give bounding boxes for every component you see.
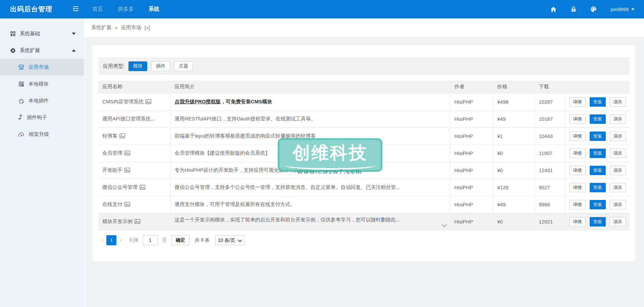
prev-page-icon[interactable]: ‹ xyxy=(98,237,106,244)
app-author: HisiPHP xyxy=(450,145,493,162)
app-price: ¥1 xyxy=(493,127,535,145)
goto-page-input[interactable] xyxy=(143,235,158,245)
table-row: 通用API接口管理系统... 通用RESTfulAPI接口，支持Oauth授权登… xyxy=(98,110,630,127)
app-downloads: 11907 xyxy=(535,145,565,162)
chevron-down-icon xyxy=(631,8,635,10)
app-author: HisiPHP xyxy=(450,213,493,230)
table-row: 模块开发示例 这是一个开发示例模块，实现了简单的后台开发和前台开发示例，仅供参考… xyxy=(98,213,630,230)
apps-table: 应用名称 应用简介 作者 价格 下载 CMS内容管理系统 点我升级PRO授权版，… xyxy=(98,81,630,231)
type-button-module[interactable]: 模块 xyxy=(128,61,147,71)
demo-button[interactable]: 演示 xyxy=(610,217,626,226)
table-row: 在线支付 通用支付模块，可用于管理及拓展所有在线支付方式。 HisiPHP ¥4… xyxy=(98,196,630,213)
table-row: CMS内容管理系统 点我升级PRO授权版，可免费安装CMS模块 HisiPHP … xyxy=(98,93,630,110)
demo-button[interactable]: 演示 xyxy=(610,97,626,107)
install-button[interactable]: 安装 xyxy=(590,183,606,192)
filter-label: 应用类型: xyxy=(103,63,124,69)
install-button[interactable]: 安装 xyxy=(590,166,606,175)
app-brief: 前端基于layui的轻博客模板搭建而成的响应式轻量极简的轻博客 xyxy=(170,127,450,145)
app-market-card: 应用类型: 模块 插件 主题 应用名称 应用简介 作者 价格 下载 xyxy=(93,45,635,261)
nav-system[interactable]: 系统 xyxy=(149,6,159,13)
demo-button[interactable]: 演示 xyxy=(610,114,626,124)
install-button[interactable]: 安装 xyxy=(590,132,606,141)
app-name: CMS内容管理系统 xyxy=(102,99,144,104)
install-button[interactable]: 安装 xyxy=(590,217,606,226)
sidebar-item-app-market[interactable]: 应用市场 xyxy=(0,59,84,75)
theme-palette-icon[interactable] xyxy=(590,6,597,12)
demo-button[interactable]: 演示 xyxy=(610,200,626,209)
demo-button[interactable]: 演示 xyxy=(610,149,626,158)
image-icon xyxy=(146,99,151,104)
app-price: ¥49 xyxy=(493,196,535,213)
image-icon xyxy=(135,219,140,224)
app-downloads: 9968 xyxy=(535,196,565,213)
detail-button[interactable]: 详情 xyxy=(570,200,586,209)
home-icon[interactable] xyxy=(550,6,557,12)
confirm-button[interactable]: 确定 xyxy=(171,235,190,245)
goto-label: 到第 xyxy=(129,237,139,243)
sidebar-group-system-base[interactable]: 系统基础 xyxy=(0,25,84,42)
app-downloads: 10287 xyxy=(535,93,565,110)
type-button-theme[interactable]: 主题 xyxy=(174,61,193,71)
sidebar-item-plugin-hooks[interactable]: 插件钩子 xyxy=(0,109,84,126)
detail-button[interactable]: 详情 xyxy=(570,166,586,175)
expand-chevron-down-icon[interactable] xyxy=(441,222,447,227)
column-header-author: 作者 xyxy=(450,81,493,93)
sidebar-item-label: 本地插件 xyxy=(29,98,49,104)
table-header-row: 应用名称 应用简介 作者 价格 下载 xyxy=(98,81,630,93)
sidebar-item-local-modules[interactable]: 本地模块 xyxy=(0,75,84,92)
chevron-down-icon xyxy=(72,33,76,35)
detail-button[interactable]: 详情 xyxy=(570,217,586,226)
breadcrumb-page[interactable]: 应用市场 xyxy=(121,24,141,31)
install-button[interactable]: 安装 xyxy=(590,149,606,158)
lock-icon[interactable] xyxy=(571,6,576,12)
per-page-select[interactable]: 10 条/页 xyxy=(215,235,245,245)
app-price: ¥0 xyxy=(493,213,535,230)
sidebar-collapse-button[interactable] xyxy=(72,6,79,13)
app-price: ¥0 xyxy=(493,162,535,179)
detail-button[interactable]: 详情 xyxy=(570,114,586,124)
sidebar-item-framework-upgrade[interactable]: 框架升级 xyxy=(0,126,84,143)
table-row: 微信公众号管理 微信公众号管理，支持多个公众号统一管理，支持群发消息、自定义菜单… xyxy=(98,179,630,196)
sidebar-item-label: 应用市场 xyxy=(29,64,49,70)
detail-button[interactable]: 详情 xyxy=(570,97,586,107)
nav-pinduoduo[interactable]: 拼多多 xyxy=(118,6,134,13)
app-price: ¥498 xyxy=(493,93,535,110)
install-button[interactable]: 安装 xyxy=(590,97,606,107)
install-button[interactable]: 安装 xyxy=(590,114,606,124)
breadcrumb-section[interactable]: 系统扩展 xyxy=(91,24,111,31)
app-brief: 通用支付模块，可用于管理及拓展所有在线支付方式。 xyxy=(170,196,450,213)
column-header-downloads: 下载 xyxy=(535,81,565,93)
breadcrumb-add-tab[interactable]: [+] xyxy=(145,25,150,31)
puzzle-icon xyxy=(18,98,24,104)
sidebar-item-label: 本地模块 xyxy=(29,81,49,87)
detail-button[interactable]: 详情 xyxy=(570,132,586,141)
image-icon xyxy=(124,151,130,155)
image-icon xyxy=(119,134,125,138)
app-name: 轻博客 xyxy=(102,133,117,139)
app-name: 微信公众号管理 xyxy=(102,184,138,190)
app-brief: 会员管理模块【建议使用新版的会员系统】 xyxy=(170,145,450,162)
gear-icon xyxy=(10,48,16,53)
demo-button[interactable]: 演示 xyxy=(610,183,626,192)
user-menu[interactable]: pin8899 xyxy=(611,6,635,12)
detail-button[interactable]: 详情 xyxy=(570,149,586,158)
cloud-upload-icon xyxy=(18,132,24,137)
sidebar-group-label: 系统基础 xyxy=(20,31,40,37)
demo-button[interactable]: 演示 xyxy=(610,132,626,141)
store-icon xyxy=(18,64,24,70)
next-page-icon[interactable]: › xyxy=(116,237,124,244)
nav-home[interactable]: 首页 xyxy=(92,6,103,13)
type-button-plugin[interactable]: 插件 xyxy=(151,61,170,71)
current-page-button[interactable]: 1 xyxy=(106,235,116,245)
breadcrumb: 系统扩展 > 应用市场 [+] xyxy=(84,18,644,37)
app-brief: 这是一个开发示例模块，实现了简单的后台开发和前台开发示例，仅供参考学习，您可以随… xyxy=(175,217,400,222)
sidebar: 系统基础 系统扩展 应用市场 本地模块 xyxy=(0,18,84,307)
sidebar-group-system-extend[interactable]: 系统扩展 xyxy=(0,42,84,59)
demo-button[interactable]: 演示 xyxy=(610,166,626,175)
app-downloads: 10187 xyxy=(535,110,565,127)
install-button[interactable]: 安装 xyxy=(590,200,606,209)
page-unit-label: 页 xyxy=(162,237,167,243)
upgrade-pro-link[interactable]: 点我升级PRO授权版 xyxy=(175,99,221,104)
detail-button[interactable]: 详情 xyxy=(570,183,586,192)
sidebar-item-local-plugins[interactable]: 本地插件 xyxy=(0,92,84,109)
